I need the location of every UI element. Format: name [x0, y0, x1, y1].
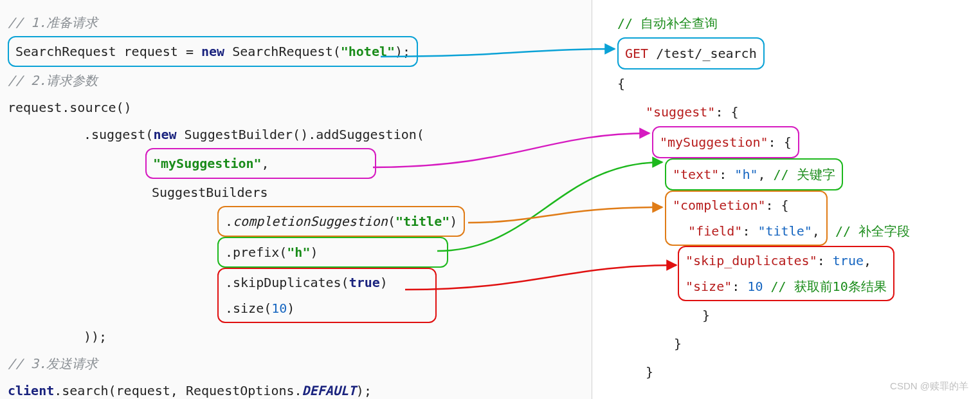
line-text: "text": "h", // 关键字	[617, 158, 974, 190]
box-skip-size-r: "skip_duplicates": true, "size": 10 // 获…	[678, 246, 894, 301]
line-prefix: .prefix("h")	[8, 237, 585, 268]
line-search-request: SearchRequest request = new SearchReques…	[8, 36, 585, 67]
right-pane: // 自动补全查询 GET /test/_search { "suggest":…	[592, 0, 980, 399]
box-skip-size: .skipDuplicates(true) .size(10)	[217, 268, 437, 323]
left-pane: // 1.准备请求 SearchRequest request = new Se…	[0, 0, 592, 399]
box-search-request: SearchRequest request = new SearchReques…	[8, 36, 418, 67]
brace-close-3: }	[617, 329, 974, 358]
box-text: "text": "h", // 关键字	[665, 158, 843, 190]
line-suggest-key: "suggest": {	[617, 98, 974, 126]
brace-close-4: }	[617, 301, 974, 329]
brace-open: {	[617, 70, 974, 98]
line-source: request.source()	[8, 94, 585, 121]
line-skip-size-r: "skip_duplicates": true, "size": 10 // 获…	[617, 246, 974, 301]
box-completion-key: "completion": { "field": "title",	[665, 190, 828, 246]
line-completion-key: "completion": { "field": "title", // 补全字…	[617, 190, 974, 246]
box-completion: .completionSuggestion("title")	[217, 206, 465, 237]
box-mysuggestion-key: "mySuggestion": {	[652, 126, 799, 158]
line-get: GET /test/_search	[617, 37, 974, 70]
box-get: GET /test/_search	[617, 37, 765, 70]
line-client: client.search(request, RequestOptions.DE…	[8, 377, 585, 399]
right-comment: // 自动补全查询	[617, 9, 974, 37]
line-completion: .completionSuggestion("title")	[8, 206, 585, 237]
box-mysuggestion: "mySuggestion",	[145, 148, 376, 179]
line-suggest: .suggest(new SuggestBuilder().addSuggest…	[8, 121, 585, 148]
line-skip-size: .skipDuplicates(true) .size(10)	[8, 268, 585, 323]
comment-prepare: // 1.准备请求	[8, 9, 585, 36]
line-builders: SuggestBuilders	[8, 179, 585, 206]
box-prefix: .prefix("h")	[217, 237, 448, 268]
comment-params: // 2.请求参数	[8, 67, 585, 94]
watermark: CSDN @赎罪的羊	[890, 380, 968, 393]
comment-send: // 3.发送请求	[8, 350, 585, 377]
line-mysuggestion-key: "mySuggestion": {	[617, 126, 974, 158]
line-close: ));	[8, 323, 585, 350]
line-mysuggestion: "mySuggestion",	[8, 148, 585, 179]
